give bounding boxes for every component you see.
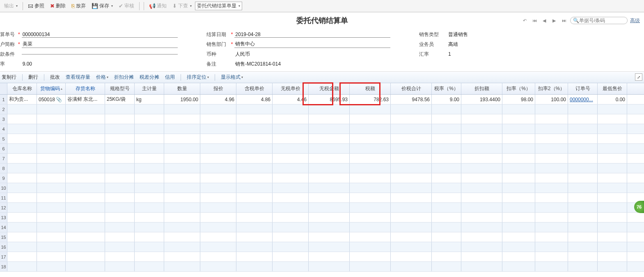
cell-taxamt[interactable]	[350, 144, 391, 153]
cell-unit[interactable]	[135, 213, 164, 222]
cell-total[interactable]	[391, 223, 432, 232]
cell-taxprice[interactable]	[236, 163, 273, 173]
cell-taxrate[interactable]	[432, 213, 461, 222]
cell-spec[interactable]	[105, 173, 135, 183]
cell-minprice[interactable]	[598, 134, 627, 143]
cell-discamt[interactable]	[461, 183, 502, 193]
cell-code[interactable]	[37, 213, 66, 222]
table-row[interactable]: 15	[0, 232, 644, 242]
cell-name[interactable]	[66, 173, 105, 183]
cell-taxrate[interactable]	[432, 232, 461, 242]
sort-action[interactable]: 排序定位 ▾	[187, 74, 209, 81]
cell-spec[interactable]	[105, 232, 135, 242]
cell-price[interactable]	[200, 203, 236, 212]
cell-unit[interactable]	[135, 183, 164, 193]
cell-qty[interactable]	[164, 213, 200, 222]
cell-discrate[interactable]	[502, 173, 535, 183]
cell-discrate[interactable]	[502, 203, 535, 212]
cust-field[interactable]: 美菜	[22, 41, 178, 48]
cell-unit[interactable]	[135, 134, 164, 143]
cell-minprice[interactable]	[598, 104, 627, 114]
cell-notaxprice[interactable]	[273, 183, 309, 193]
cell-total[interactable]	[391, 144, 432, 153]
cell-qty[interactable]	[164, 154, 200, 163]
cell-total[interactable]	[391, 154, 432, 163]
cell-notaxprice[interactable]	[273, 124, 309, 134]
cell-price[interactable]	[200, 154, 236, 163]
cell-discamt[interactable]	[461, 193, 502, 202]
cell-discrate[interactable]	[502, 124, 535, 134]
cell-taxprice[interactable]	[236, 183, 273, 193]
cell-notaxamt[interactable]	[309, 163, 350, 173]
cell-order[interactable]	[568, 173, 598, 183]
col-warehouse[interactable]: 仓库名称	[7, 83, 37, 94]
col-taxprice[interactable]: 含税单价	[236, 83, 273, 94]
cell-order[interactable]	[568, 193, 598, 202]
cell-taxprice[interactable]	[236, 252, 273, 261]
cell-spec[interactable]: 25KG/袋	[105, 95, 135, 104]
cell-spec[interactable]	[105, 163, 135, 173]
cell-taxamt[interactable]	[350, 154, 391, 163]
cell-notaxamt[interactable]	[309, 203, 350, 212]
cell-taxamt[interactable]	[350, 173, 391, 183]
cell-name[interactable]	[66, 144, 105, 153]
cell-warehouse[interactable]	[7, 124, 37, 134]
cell-unit[interactable]	[135, 114, 164, 124]
delete-button[interactable]: ✖删除	[48, 2, 68, 10]
cell-notaxprice[interactable]	[273, 242, 309, 252]
cell-discrate2[interactable]	[535, 252, 568, 261]
cell-order[interactable]	[568, 114, 598, 124]
cell-taxamt[interactable]	[350, 252, 391, 261]
table-row[interactable]: 10	[0, 183, 644, 193]
cell-discamt[interactable]	[461, 163, 502, 173]
cell-notaxamt[interactable]	[309, 252, 350, 261]
cell-total[interactable]	[391, 183, 432, 193]
cell-spec[interactable]	[105, 104, 135, 114]
cell-notaxprice[interactable]	[273, 232, 309, 242]
credit-action[interactable]: 信用	[165, 74, 175, 81]
cell-warehouse[interactable]	[7, 232, 37, 242]
cell-qty[interactable]	[164, 193, 200, 202]
cell-minprice[interactable]	[598, 223, 627, 232]
col-order[interactable]: 订单号	[568, 83, 598, 94]
cell-taxrate[interactable]	[432, 203, 461, 212]
cell-unit[interactable]	[135, 144, 164, 153]
table-row[interactable]: 18	[0, 262, 644, 272]
cell-unit[interactable]	[135, 154, 164, 163]
cell-unit[interactable]	[135, 203, 164, 212]
cell-code[interactable]	[37, 104, 66, 114]
cell-order[interactable]	[568, 213, 598, 222]
table-row[interactable]: 4	[0, 124, 644, 134]
cell-notaxamt[interactable]	[309, 242, 350, 252]
cell-notaxprice[interactable]: 4.46	[273, 95, 309, 104]
cell-minprice[interactable]	[598, 252, 627, 261]
table-row[interactable]: 6	[0, 144, 644, 154]
cell-taxrate[interactable]	[432, 183, 461, 193]
cell-notaxprice[interactable]	[273, 114, 309, 124]
cell-total[interactable]	[391, 242, 432, 252]
cell-code[interactable]	[37, 193, 66, 202]
cell-name[interactable]	[66, 232, 105, 242]
cell-discrate2[interactable]	[535, 232, 568, 242]
cell-discrate2[interactable]	[535, 163, 568, 173]
cell-taxamt[interactable]	[350, 104, 391, 114]
col-discamt[interactable]: 折扣额	[461, 83, 502, 94]
cell-discrate2[interactable]	[535, 173, 568, 183]
cell-notaxamt[interactable]	[309, 114, 350, 124]
cell-code[interactable]	[37, 124, 66, 134]
cell-warehouse[interactable]	[7, 242, 37, 252]
cell-discrate2[interactable]	[535, 262, 568, 271]
cell-notaxamt[interactable]	[309, 134, 350, 143]
cell-order[interactable]	[568, 262, 598, 271]
cell-qty[interactable]	[164, 223, 200, 232]
expand-icon[interactable]: ⤢	[635, 73, 642, 81]
cell-price[interactable]	[200, 232, 236, 242]
cell-qty[interactable]	[164, 203, 200, 212]
cell-taxamt[interactable]	[350, 242, 391, 252]
cell-taxprice[interactable]	[236, 262, 273, 271]
cell-taxrate[interactable]	[432, 144, 461, 153]
cell-discamt[interactable]	[461, 173, 502, 183]
cell-discamt[interactable]	[461, 203, 502, 212]
cell-order[interactable]	[568, 203, 598, 212]
cell-taxamt[interactable]	[350, 134, 391, 143]
